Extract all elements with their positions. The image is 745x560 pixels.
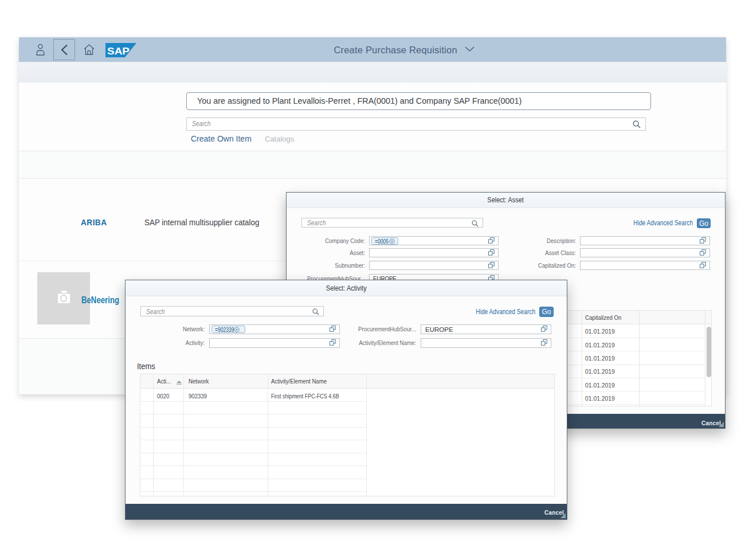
svg-text:SAP: SAP xyxy=(107,45,130,56)
